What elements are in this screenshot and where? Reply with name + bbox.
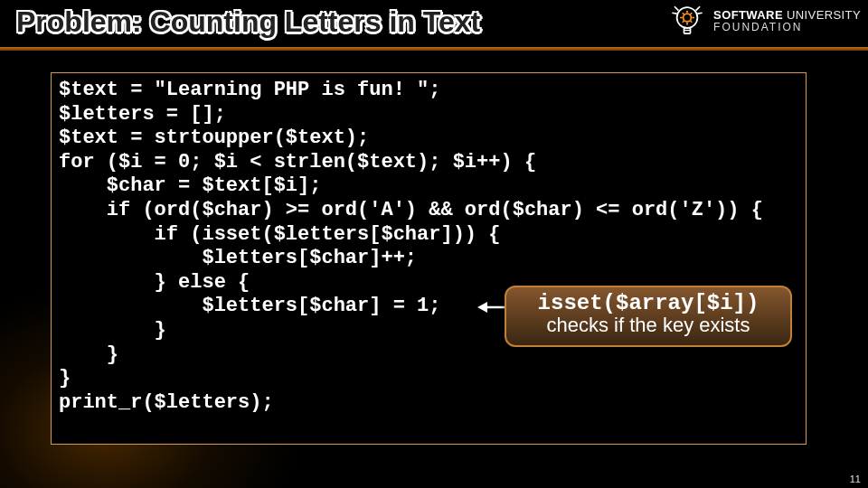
- slide: Problem: Counting Letters in Text: [0, 0, 868, 488]
- slide-title: Problem: Counting Letters in Text: [16, 5, 480, 39]
- callout-box: isset($array[$i]) checks if the key exis…: [505, 286, 792, 347]
- svg-point-0: [677, 7, 698, 28]
- logo: SOFTWARE UNIVERSITY FOUNDATION: [668, 2, 861, 40]
- svg-line-13: [672, 13, 676, 14]
- logo-line1-thin: UNIVERSITY: [787, 8, 861, 22]
- logo-text: SOFTWARE UNIVERSITY FOUNDATION: [713, 9, 861, 32]
- callout-arrow-icon: [477, 300, 508, 314]
- svg-line-14: [696, 6, 700, 10]
- lightbulb-gear-icon: [668, 2, 706, 40]
- logo-line1-bold: SOFTWARE: [713, 8, 783, 22]
- svg-line-6: [683, 13, 684, 14]
- svg-line-7: [691, 21, 693, 23]
- svg-point-1: [684, 14, 692, 22]
- title-underline: [0, 47, 868, 51]
- svg-marker-17: [477, 302, 487, 313]
- svg-line-12: [675, 6, 678, 10]
- page-number: 11: [850, 474, 861, 484]
- svg-line-9: [683, 21, 684, 23]
- svg-line-15: [697, 13, 702, 14]
- code-block: $text = "Learning PHP is fun! "; $letter…: [51, 72, 807, 445]
- callout-code: isset($array[$i]): [506, 291, 790, 315]
- logo-line2: FOUNDATION: [713, 22, 861, 33]
- callout-text: checks if the key exists: [506, 314, 790, 337]
- code-text: $text = "Learning PHP is fun! "; $letter…: [59, 79, 798, 415]
- svg-line-8: [691, 13, 693, 14]
